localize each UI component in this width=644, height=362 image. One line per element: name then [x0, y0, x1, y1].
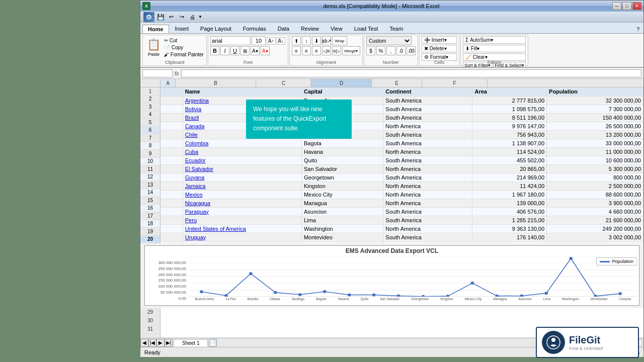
- sum-button[interactable]: Σ AutoSum▾: [463, 36, 526, 44]
- col-header-e[interactable]: E: [372, 79, 422, 87]
- increase-decimal-button[interactable]: .0: [396, 46, 406, 55]
- save-qat-button[interactable]: 💾: [156, 13, 165, 22]
- row-header-3[interactable]: 3: [140, 103, 160, 111]
- tab-load-test[interactable]: Load Test: [349, 24, 384, 33]
- close-button[interactable]: ✕: [632, 2, 641, 10]
- tab-data[interactable]: Data: [272, 24, 295, 33]
- comma-button[interactable]: ,: [386, 46, 395, 55]
- new-sheet-button[interactable]: 📄: [209, 339, 217, 347]
- font-shrink-button[interactable]: A↓: [277, 37, 286, 45]
- office-button[interactable]: O: [143, 12, 154, 22]
- row-header-15[interactable]: 15: [140, 197, 160, 205]
- fx-label: fx: [175, 70, 179, 76]
- font-grow-button[interactable]: A↑: [267, 37, 276, 45]
- row-header-9[interactable]: 9: [140, 150, 160, 158]
- help-button[interactable]: ?: [634, 26, 641, 33]
- row-header-11[interactable]: 11: [140, 165, 160, 173]
- tab-formulas[interactable]: Formulas: [237, 24, 272, 33]
- align-right-button[interactable]: ≡: [312, 46, 321, 55]
- row-header-18[interactable]: 18: [140, 220, 160, 228]
- tab-insert[interactable]: Insert: [170, 24, 195, 33]
- decrease-indent-button[interactable]: ◁≡: [322, 46, 331, 55]
- row-header-7[interactable]: 7: [140, 134, 160, 142]
- col-header-f[interactable]: F: [422, 79, 488, 87]
- row-header-1[interactable]: 1: [140, 87, 160, 96]
- row-header-19[interactable]: 19: [140, 228, 160, 236]
- cell-population-5: 26 500 000,00: [547, 122, 643, 130]
- align-center-button[interactable]: ≡: [302, 46, 311, 55]
- redo-button[interactable]: ↪: [177, 13, 186, 22]
- increase-indent-button[interactable]: ≡▷: [332, 46, 341, 55]
- border-button[interactable]: ⊞: [240, 46, 250, 55]
- row-header-13[interactable]: 13: [140, 181, 160, 189]
- cell-area-10: 20 865,00: [472, 164, 547, 173]
- undo-button[interactable]: ↩: [167, 13, 176, 22]
- cell-population-17: 249 200 000,00: [547, 224, 643, 233]
- sheet-nav-last[interactable]: ▶|: [165, 339, 173, 347]
- copy-button[interactable]: 📄 Copy: [164, 44, 204, 51]
- row-header-17[interactable]: 17: [140, 212, 160, 220]
- number-format-select[interactable]: Custom: [366, 36, 412, 45]
- col-header-a[interactable]: A: [160, 79, 176, 87]
- align-top-button[interactable]: ⬆: [292, 36, 301, 45]
- tab-home[interactable]: Home: [142, 25, 169, 33]
- qat-dropdown[interactable]: ▼: [198, 15, 202, 19]
- minimize-button[interactable]: ─: [612, 2, 621, 10]
- percent-button[interactable]: %: [376, 46, 385, 55]
- cell-population-12: 2 500 000,00: [547, 182, 643, 190]
- row-header-14[interactable]: 14: [140, 189, 160, 197]
- cell-population-13: 88 600 000,00: [547, 190, 643, 199]
- paste-button[interactable]: 📋 Paste: [145, 37, 163, 58]
- row-header-5[interactable]: 5: [140, 119, 160, 127]
- row-header-16[interactable]: 16: [140, 205, 160, 213]
- row-header-12[interactable]: 12: [140, 173, 160, 182]
- currency-button[interactable]: $: [366, 46, 375, 55]
- format-painter-button[interactable]: 🖌 Format Painter: [164, 51, 204, 58]
- col-header-b[interactable]: B: [176, 79, 256, 87]
- row-header-4[interactable]: 4: [140, 111, 160, 119]
- orientation-button[interactable]: ab↗: [322, 36, 331, 45]
- fill-color-button[interactable]: A▾: [251, 46, 260, 55]
- cells-label: Cells: [420, 60, 459, 65]
- row-header-2[interactable]: 2: [140, 96, 160, 104]
- align-bottom-button[interactable]: ⬇: [312, 36, 321, 45]
- merge-center-button[interactable]: Merge▾: [342, 46, 360, 55]
- formula-input[interactable]: =SUM(D2:D19): [181, 69, 641, 77]
- italic-button[interactable]: I: [220, 46, 229, 55]
- fill-button[interactable]: ⬇ Fill▾: [463, 45, 526, 52]
- row-header-8[interactable]: 8: [140, 142, 160, 150]
- tab-team[interactable]: Team: [384, 24, 409, 33]
- sheet-tab-1[interactable]: Sheet 1: [174, 339, 208, 346]
- tab-view[interactable]: View: [325, 24, 348, 33]
- wrap-text-button[interactable]: Wrap: [332, 36, 347, 45]
- align-middle-button[interactable]: ↕: [302, 36, 311, 45]
- cut-button[interactable]: ✂ Cut: [164, 37, 204, 44]
- tab-page-layout[interactable]: Page Layout: [195, 24, 237, 33]
- row-header-6[interactable]: 6: [140, 127, 160, 135]
- font-color-button[interactable]: A▾: [261, 46, 270, 55]
- col-header-d[interactable]: D: [311, 79, 372, 87]
- sheet-nav-prev[interactable]: ◀: [140, 339, 148, 347]
- tab-review[interactable]: Review: [295, 24, 325, 33]
- quick-access-toolbar: O 💾 ↩ ↪ 🖨 ▼: [140, 12, 643, 23]
- maximize-button[interactable]: □: [622, 2, 631, 10]
- print-button[interactable]: 🖨: [188, 13, 197, 22]
- sheet-nav-first[interactable]: |◀: [148, 339, 156, 347]
- font-name-input[interactable]: arial: [210, 36, 251, 45]
- row-header-20[interactable]: 20: [140, 236, 160, 244]
- bold-button[interactable]: B: [210, 46, 219, 55]
- decrease-decimal-button[interactable]: .00: [407, 46, 416, 55]
- underline-button[interactable]: U: [230, 46, 239, 55]
- align-left-button[interactable]: ≡: [292, 46, 301, 55]
- col-header-c[interactable]: C: [256, 79, 311, 87]
- name-box[interactable]: D20: [142, 69, 173, 77]
- cell-area-13: 1 967 180,00: [472, 190, 547, 199]
- row-header-10[interactable]: 10: [140, 158, 160, 166]
- editing-label: Editing: [461, 60, 528, 65]
- sheet-nav-next[interactable]: ▶: [156, 339, 165, 347]
- cell-area-6: 756 943,00: [472, 130, 547, 139]
- font-size-input[interactable]: 10: [252, 36, 266, 45]
- insert-cell-button[interactable]: ➕ Insert▾: [422, 36, 457, 44]
- delete-cell-button[interactable]: ✖ Delete▾: [422, 45, 457, 52]
- cell-area-12: 11 424,00: [472, 182, 547, 190]
